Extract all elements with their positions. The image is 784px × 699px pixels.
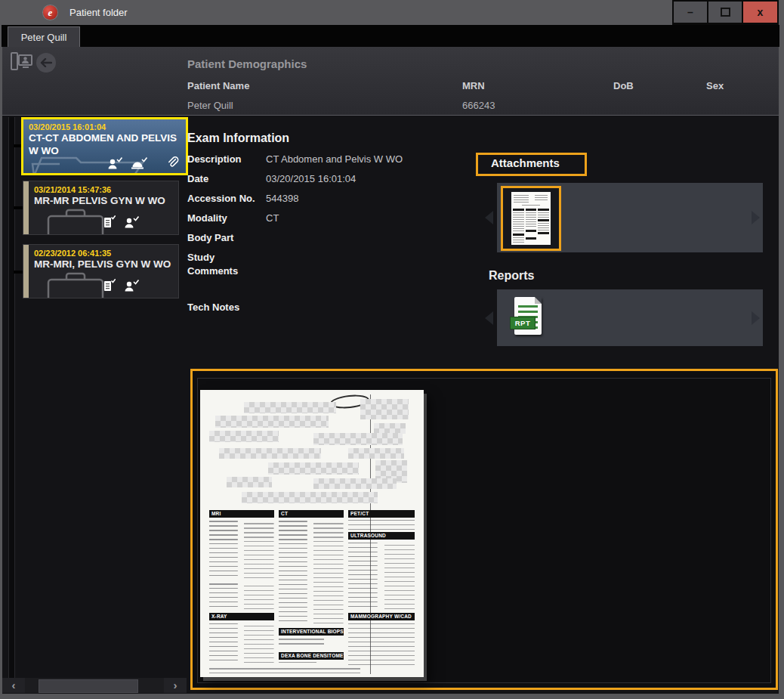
patient-card-icon[interactable]	[10, 51, 34, 73]
doc-section-interventional: INTERVENTIONAL BIOPSY	[279, 628, 344, 636]
carousel-right-icon[interactable]	[752, 211, 760, 224]
tab-strip: Peter Quill	[2, 25, 779, 47]
paperclip-icon	[166, 156, 180, 169]
exam-info-table: DescriptionCT Abdomen and Pelvis W WO Da…	[187, 153, 459, 320]
col-patient-name: Patient Name	[187, 80, 249, 91]
person-check-icon	[124, 215, 139, 228]
scrollbar-track[interactable]	[25, 678, 164, 693]
doc-section-ct: CT	[279, 510, 344, 518]
document-check-icon	[103, 215, 116, 228]
exam-value-modality: CT	[266, 212, 279, 225]
exam-information-title: Exam Information	[187, 131, 289, 145]
patient-demographics-title: Patient Demographics	[187, 57, 307, 70]
patient-name-value: Peter Quill	[187, 100, 233, 111]
scroll-right-button[interactable]: ›	[164, 678, 187, 693]
attachments-annotation-box: Attachments	[476, 153, 587, 176]
person-check-icon	[107, 157, 122, 169]
back-button[interactable]	[36, 53, 56, 73]
exam-label-modality: Modality	[187, 212, 266, 225]
study-date: 03/21/2014 15:47:36	[34, 185, 174, 194]
scanned-order-form: MRI X-RAY CT INTERVENTIONAL BIOPSY DEXA …	[200, 390, 424, 677]
exam-value-accession: 544398	[266, 192, 298, 206]
study-title: MR-MR PELVIS GYN W WO	[34, 195, 174, 208]
app-logo-icon: e	[43, 5, 57, 20]
doc-section-petct: PET/CT	[348, 510, 415, 518]
header-band	[2, 47, 779, 116]
exam-label-bodypart: Body Part	[187, 231, 266, 245]
briefcase-icon	[46, 207, 105, 235]
minimize-button[interactable]: –	[674, 2, 707, 23]
report-item[interactable]: RPT	[510, 297, 543, 338]
exam-label-technotes: Tech Notes	[187, 301, 266, 314]
attachment-thumbnail-page	[511, 192, 551, 245]
study-title: MR-MRI, PELVIS GYN W WO	[34, 258, 174, 271]
briefcase-icon	[46, 271, 105, 298]
study-accent-stripe	[23, 181, 29, 234]
study-date: 02/23/2012 06:41:35	[34, 249, 174, 258]
tab-label: Peter Quill	[21, 32, 67, 43]
patient-folder-window: e Patient folder – x Peter Quill	[0, 0, 784, 699]
exam-label-description: Description	[187, 153, 266, 166]
rpt-badge: RPT	[510, 317, 536, 329]
back-arrow-icon	[40, 58, 52, 67]
exam-value-description: CT Abdomen and Pelvis W WO	[266, 153, 403, 166]
reports-panel: RPT	[497, 289, 763, 346]
col-dob: DoB	[613, 80, 634, 91]
carousel-left-icon[interactable]	[485, 211, 493, 224]
doc-section-xray: X-RAY	[209, 613, 274, 620]
col-sex: Sex	[706, 80, 724, 91]
exam-label-accession: Accession No.	[187, 192, 266, 206]
titlebar: e Patient folder – x	[0, 0, 784, 25]
person-check-icon	[124, 279, 139, 292]
study-timeline	[8, 117, 15, 678]
study-item-ct-abdomen[interactable]: 03/20/2015 16:01:04 CT-CT ABDOMEN AND PE…	[21, 117, 188, 175]
exam-value-date: 03/20/2015 16:01:04	[266, 172, 356, 186]
study-date: 03/20/2015 16:01:04	[29, 122, 181, 131]
scroll-left-button[interactable]: ‹	[2, 678, 25, 693]
scrollbar-thumb[interactable]	[39, 679, 138, 693]
doc-section-mammography: MAMMOGRAPHY W/CAD	[348, 613, 415, 620]
mrn-value: 666243	[462, 100, 495, 111]
exam-label-studycomments: Study Comments	[187, 251, 266, 278]
tab-peter-quill[interactable]: Peter Quill	[8, 26, 80, 47]
doc-section-ultrasound: ULTRASOUND	[348, 532, 415, 540]
attachment-preview-panel: MRI X-RAY CT INTERVENTIONAL BIOPSY DEXA …	[190, 369, 778, 690]
col-mrn: MRN	[462, 80, 485, 91]
minimize-icon: –	[687, 6, 693, 18]
window-title: Patient folder	[69, 7, 128, 18]
window-controls: – x	[672, 0, 779, 25]
doc-section-dexa: DEXA BONE DENSITOMETRY	[279, 652, 344, 660]
close-button[interactable]: x	[743, 2, 777, 23]
attachment-thumbnail[interactable]	[501, 186, 561, 251]
doc-section-mri: MRI	[209, 510, 274, 518]
carousel-left-icon[interactable]	[485, 311, 493, 325]
attachments-panel	[497, 183, 763, 252]
document-check-icon	[103, 279, 116, 292]
carousel-right-icon[interactable]	[752, 311, 760, 325]
sidebar-scrollbar: ‹ ›	[2, 678, 187, 693]
reports-title: Reports	[489, 269, 534, 283]
study-accent-stripe	[23, 245, 29, 298]
exam-label-date: Date	[187, 172, 266, 186]
study-item-mri-pelvis-2012[interactable]: 02/23/2012 06:41:35 MR-MRI, PELVIS GYN W…	[23, 244, 179, 298]
maximize-button[interactable]	[708, 2, 742, 23]
dome-check-icon	[131, 157, 147, 169]
close-icon: x	[758, 6, 764, 18]
content-area: 03/20/2015 16:01:04 CT-CT ABDOMEN AND PE…	[2, 47, 779, 694]
attachments-title: Attachments	[491, 156, 560, 169]
maximize-icon	[721, 8, 730, 17]
study-item-mr-pelvis-2014[interactable]: 03/21/2014 15:47:36 MR-MR PELVIS GYN W W…	[23, 181, 179, 235]
